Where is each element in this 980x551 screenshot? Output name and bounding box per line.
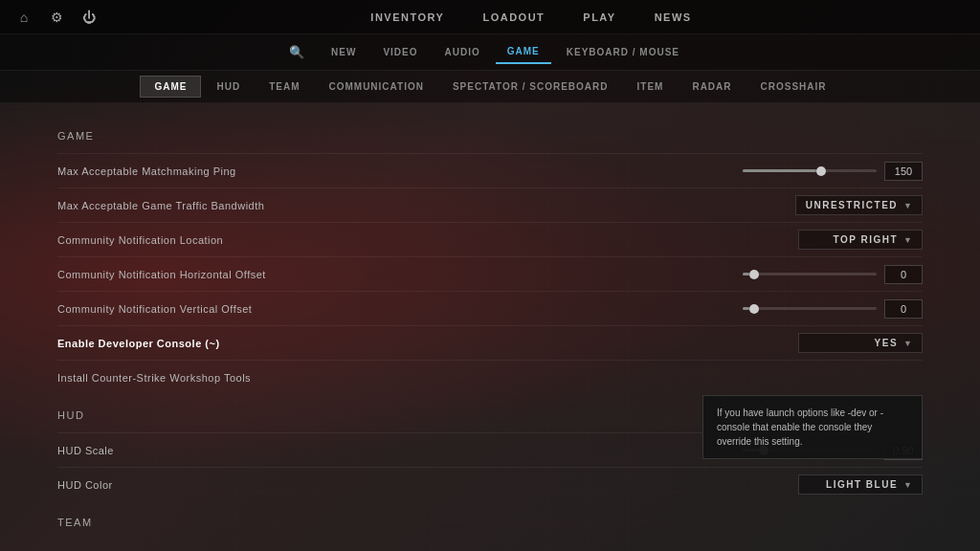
cat-tab-game[interactable]: GAME xyxy=(140,76,201,98)
setting-notification-location: Community Notification Location TOP RIGH… xyxy=(57,222,923,256)
bandwidth-label: Max Acceptable Game Traffic Bandwidth xyxy=(57,200,383,211)
tab-game[interactable]: GAME xyxy=(496,40,551,64)
section-game: Game Max Acceptable Matchmaking Ping 150… xyxy=(57,130,923,394)
dev-console-label: Enable Developer Console (~) xyxy=(57,338,383,349)
v-offset-value: 0 xyxy=(884,299,923,319)
bandwidth-dropdown[interactable]: UNRESTRICTED ▼ xyxy=(795,195,923,215)
dev-console-dropdown[interactable]: YES ▼ xyxy=(798,333,923,353)
tab-audio[interactable]: AUDIO xyxy=(434,41,492,63)
home-icon[interactable]: ⌂ xyxy=(15,9,33,26)
nav-loadout[interactable]: LOADOUT xyxy=(482,8,545,27)
dev-console-control: YES ▼ xyxy=(383,333,923,353)
h-offset-value: 0 xyxy=(884,265,923,284)
notification-location-value: TOP RIGHT xyxy=(833,234,898,245)
max-ping-value: 150 xyxy=(884,162,923,181)
h-offset-label: Community Notification Horizontal Offset xyxy=(57,269,383,280)
search-icon[interactable]: 🔍 xyxy=(289,45,304,59)
notification-location-arrow: ▼ xyxy=(903,235,912,245)
settings-tab-bar: 🔍 NEW VIDEO AUDIO GAME KEYBOARD / MOUSE xyxy=(0,34,980,71)
hud-color-control: LIGHT BLUE ▼ xyxy=(383,474,923,495)
v-offset-slider[interactable] xyxy=(743,307,877,310)
bandwidth-control: UNRESTRICTED ▼ xyxy=(383,195,923,215)
hud-scale-label: HUD Scale xyxy=(57,445,383,456)
settings-icon[interactable]: ⚙ xyxy=(48,9,65,26)
setting-max-ping: Max Acceptable Matchmaking Ping 150 xyxy=(57,153,923,187)
h-offset-fill xyxy=(743,273,749,276)
cat-tab-item[interactable]: ITEM xyxy=(624,77,678,97)
workshop-tools-label: Install Counter-Strike Workshop Tools xyxy=(57,372,383,384)
nav-inventory[interactable]: INVENTORY xyxy=(370,8,444,27)
hud-color-label: HUD Color xyxy=(57,479,383,491)
cat-tab-team[interactable]: TEAM xyxy=(256,77,313,97)
h-offset-slider[interactable] xyxy=(743,273,877,276)
dev-console-arrow: ▼ xyxy=(903,339,912,348)
hud-color-dropdown[interactable]: LIGHT BLUE ▼ xyxy=(798,474,923,495)
max-ping-control: 150 xyxy=(383,162,923,181)
section-game-title: Game xyxy=(57,130,923,142)
setting-workshop-tools: Install Counter-Strike Workshop Tools If… xyxy=(57,360,923,394)
max-ping-slider[interactable] xyxy=(743,169,877,172)
tab-new[interactable]: NEW xyxy=(320,41,368,63)
bandwidth-dropdown-arrow: ▼ xyxy=(903,201,912,210)
max-ping-label: Max Acceptable Matchmaking Ping xyxy=(57,165,383,177)
dev-console-value: YES xyxy=(875,338,899,348)
setting-hud-color: HUD Color LIGHT BLUE ▼ xyxy=(57,467,923,501)
max-ping-fill xyxy=(743,169,816,172)
top-bar-icons: ⌂ ⚙ ⏻ xyxy=(15,9,98,26)
hud-color-value: LIGHT BLUE xyxy=(826,479,898,490)
setting-bandwidth: Max Acceptable Game Traffic Bandwidth UN… xyxy=(57,187,923,222)
tab-video[interactable]: VIDEO xyxy=(371,41,429,63)
nav-play[interactable]: PLAY xyxy=(583,8,615,27)
settings-content: Game Max Acceptable Matchmaking Ping 150… xyxy=(0,103,980,551)
nav-news[interactable]: NEWS xyxy=(655,8,692,27)
workshop-tools-tooltip: If you have launch options like -dev or … xyxy=(702,395,923,459)
setting-v-offset: Community Notification Vertical Offset 0 xyxy=(57,291,923,325)
notification-location-dropdown[interactable]: TOP RIGHT ▼ xyxy=(798,230,923,250)
hud-color-arrow: ▼ xyxy=(903,480,912,490)
cat-tab-communication[interactable]: COMMUNICATION xyxy=(315,77,436,97)
h-offset-control: 0 xyxy=(383,265,923,284)
setting-h-offset: Community Notification Horizontal Offset… xyxy=(57,256,923,291)
v-offset-label: Community Notification Vertical Offset xyxy=(57,303,383,315)
max-ping-thumb[interactable] xyxy=(816,166,826,176)
bandwidth-value: UNRESTRICTED xyxy=(806,200,898,210)
top-bar: ⌂ ⚙ ⏻ INVENTORY LOADOUT PLAY NEWS xyxy=(0,0,980,34)
h-offset-thumb[interactable] xyxy=(749,270,759,279)
v-offset-control: 0 xyxy=(383,299,923,319)
power-icon[interactable]: ⏻ xyxy=(80,9,98,26)
section-team: Team xyxy=(57,517,923,528)
cat-tab-spectator-scoreboard[interactable]: SPECTATOR / SCOREBOARD xyxy=(439,77,622,97)
v-offset-fill xyxy=(743,307,749,310)
cat-tab-crosshair[interactable]: CROSSHAIR xyxy=(747,77,840,97)
tab-keyboard-mouse[interactable]: KEYBOARD / MOUSE xyxy=(555,41,691,63)
cat-tab-hud[interactable]: HUD xyxy=(203,77,254,97)
setting-dev-console: Enable Developer Console (~) YES ▼ xyxy=(57,325,923,360)
category-tab-bar: GAME HUD TEAM COMMUNICATION SPECTATOR / … xyxy=(0,71,980,103)
section-team-title: Team xyxy=(57,517,923,528)
top-nav: INVENTORY LOADOUT PLAY NEWS xyxy=(98,8,965,27)
notification-location-control: TOP RIGHT ▼ xyxy=(383,230,923,250)
cat-tab-radar[interactable]: RADAR xyxy=(679,77,745,97)
notification-location-label: Community Notification Location xyxy=(57,234,383,246)
v-offset-thumb[interactable] xyxy=(749,304,759,314)
